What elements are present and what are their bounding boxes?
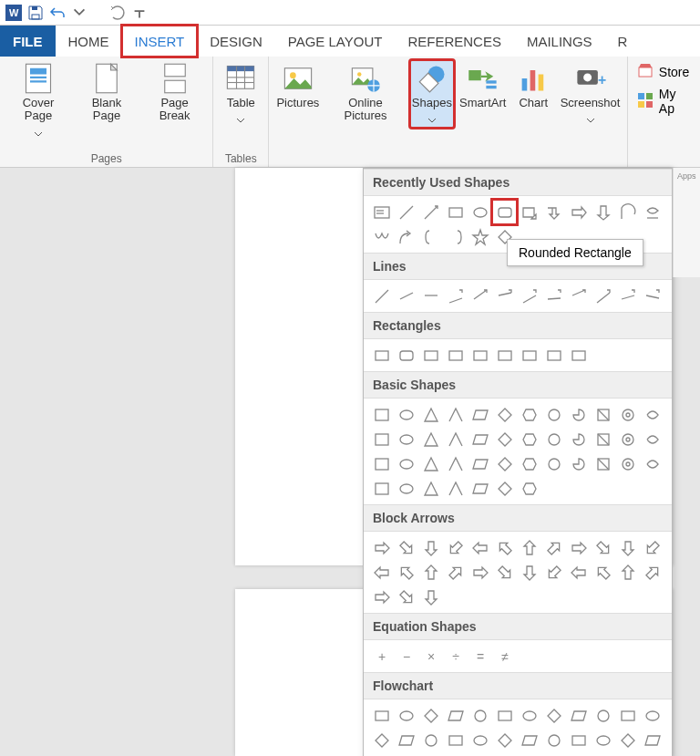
- shape-option[interactable]: [443, 728, 468, 752]
- online-pictures-button[interactable]: Online Pictures: [324, 60, 406, 128]
- shape-option[interactable]: [640, 200, 664, 224]
- shape-option[interactable]: [418, 284, 443, 308]
- shape-option[interactable]: [418, 728, 443, 752]
- shape-option[interactable]: [640, 451, 664, 476]
- shape-option-rounded-rectangle[interactable]: [492, 200, 517, 224]
- shape-option[interactable]: [566, 200, 591, 224]
- shape-option[interactable]: [369, 703, 394, 728]
- shape-option[interactable]: [566, 343, 591, 368]
- smartart-button[interactable]: SmartArt: [458, 60, 508, 128]
- table-button[interactable]: Table: [219, 60, 262, 128]
- shape-option[interactable]: [640, 427, 664, 451]
- tab-mailings[interactable]: MAILINGS: [514, 26, 605, 57]
- shape-option[interactable]: [394, 427, 418, 451]
- chart-button[interactable]: Chart: [511, 60, 555, 128]
- shape-option[interactable]: [615, 284, 640, 308]
- shape-option[interactable]: [566, 535, 591, 560]
- shape-option[interactable]: [443, 535, 468, 560]
- blank-page-button[interactable]: Blank Page: [75, 60, 139, 141]
- shape-option[interactable]: [369, 402, 394, 427]
- shape-option[interactable]: [492, 343, 517, 368]
- shape-option[interactable]: [394, 560, 418, 585]
- shape-option[interactable]: [468, 427, 492, 451]
- shape-option[interactable]: [640, 402, 664, 427]
- shape-option[interactable]: [541, 703, 566, 728]
- pictures-button[interactable]: Pictures: [274, 60, 321, 128]
- shape-option[interactable]: [566, 728, 591, 752]
- shape-option[interactable]: [517, 200, 541, 224]
- shape-option[interactable]: [369, 476, 394, 501]
- tab-home[interactable]: HOME: [56, 26, 122, 57]
- shape-option[interactable]: [468, 200, 492, 224]
- shape-option[interactable]: [418, 402, 443, 427]
- shape-option[interactable]: [369, 284, 394, 308]
- shape-option[interactable]: [369, 585, 394, 609]
- shape-option[interactable]: [369, 752, 394, 756]
- customize-qat-icon[interactable]: [131, 5, 148, 21]
- shapes-button[interactable]: Shapes: [410, 60, 455, 128]
- shape-option[interactable]: [443, 752, 468, 756]
- shape-option[interactable]: [640, 284, 664, 308]
- shape-option[interactable]: [369, 560, 394, 585]
- shape-option[interactable]: [517, 535, 541, 560]
- shape-option[interactable]: [394, 200, 418, 224]
- shape-option[interactable]: [492, 560, 517, 585]
- shape-option[interactable]: [566, 560, 591, 585]
- shape-option[interactable]: [591, 451, 615, 476]
- shape-option[interactable]: [418, 752, 443, 756]
- shape-option[interactable]: [468, 535, 492, 560]
- shape-option[interactable]: [369, 343, 394, 368]
- shape-option[interactable]: [394, 728, 418, 752]
- shape-option[interactable]: [566, 402, 591, 427]
- shape-option[interactable]: [443, 284, 468, 308]
- shape-option[interactable]: [640, 560, 664, 585]
- shape-option[interactable]: [517, 728, 541, 752]
- undo-icon[interactable]: [49, 5, 66, 21]
- shape-option[interactable]: [541, 343, 566, 368]
- shape-option[interactable]: [418, 535, 443, 560]
- shape-option[interactable]: [443, 427, 468, 451]
- shape-option[interactable]: [443, 402, 468, 427]
- shape-option[interactable]: [541, 200, 566, 224]
- store-button[interactable]: Store: [637, 62, 691, 81]
- shape-option[interactable]: ≠: [492, 644, 517, 668]
- shape-option[interactable]: [517, 560, 541, 585]
- shape-option[interactable]: [591, 560, 615, 585]
- shape-option[interactable]: [566, 703, 591, 728]
- shape-option[interactable]: [640, 703, 664, 728]
- shape-option[interactable]: [418, 343, 443, 368]
- shape-option[interactable]: [443, 224, 468, 249]
- shape-option[interactable]: [492, 476, 517, 501]
- shape-option[interactable]: [394, 402, 418, 427]
- shape-option[interactable]: [541, 427, 566, 451]
- shape-option[interactable]: [517, 343, 541, 368]
- shape-option[interactable]: ÷: [443, 644, 468, 668]
- shape-option[interactable]: [369, 200, 394, 224]
- shape-option[interactable]: [369, 728, 394, 752]
- shape-option[interactable]: [541, 451, 566, 476]
- shape-option[interactable]: [443, 560, 468, 585]
- shape-option[interactable]: +: [369, 644, 394, 668]
- shape-option[interactable]: [418, 451, 443, 476]
- shape-option[interactable]: [369, 535, 394, 560]
- tab-file[interactable]: FILE: [0, 26, 56, 57]
- shape-option[interactable]: [394, 752, 418, 756]
- shape-option[interactable]: [394, 284, 418, 308]
- shape-option[interactable]: [369, 224, 394, 249]
- tab-page-layout[interactable]: PAGE LAYOUT: [275, 26, 396, 57]
- shape-option[interactable]: [468, 284, 492, 308]
- shape-option[interactable]: [468, 402, 492, 427]
- shape-option[interactable]: [615, 200, 640, 224]
- shape-option[interactable]: [517, 427, 541, 451]
- shape-option[interactable]: [394, 585, 418, 609]
- shape-option[interactable]: [468, 703, 492, 728]
- shape-option[interactable]: [418, 703, 443, 728]
- shape-option[interactable]: −: [394, 644, 418, 668]
- shape-option[interactable]: [394, 343, 418, 368]
- shape-option[interactable]: [418, 585, 443, 609]
- shape-option[interactable]: [591, 284, 615, 308]
- shape-option[interactable]: [591, 535, 615, 560]
- redo-icon[interactable]: [109, 5, 126, 21]
- shape-option[interactable]: [615, 451, 640, 476]
- shape-option[interactable]: [541, 728, 566, 752]
